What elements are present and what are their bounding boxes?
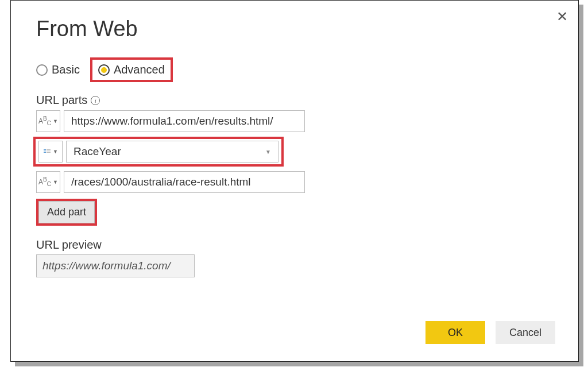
url-part-param-select[interactable]: RaceYear ▼	[66, 141, 278, 163]
radio-basic-label: Basic	[52, 63, 80, 76]
url-part-row-3: ABC ▼ /races/1000/australia/race-result.…	[36, 171, 553, 193]
type-selector-text[interactable]: ABC ▼	[36, 110, 60, 132]
chevron-down-icon: ▼	[53, 118, 58, 124]
highlight-advanced: Advanced	[90, 57, 173, 82]
from-web-dialog: ✕ From Web Basic Advanced URL parts i	[10, 0, 579, 362]
ok-button[interactable]: OK	[425, 321, 485, 344]
abc-icon: ABC	[38, 176, 51, 187]
cancel-button[interactable]: Cancel	[496, 321, 555, 344]
dialog-footer: OK Cancel	[425, 321, 555, 344]
url-part-input-3[interactable]: /races/1000/australia/race-result.html	[64, 171, 305, 193]
url-preview-value: https://www.formula1.com/	[36, 254, 195, 277]
radio-dot-icon	[101, 67, 107, 73]
radio-basic[interactable]: Basic	[36, 63, 80, 76]
radio-icon	[98, 64, 110, 76]
url-part-row-1: ABC ▼ https://www.formula1.com/en/result…	[36, 110, 553, 132]
dialog-title: From Web	[36, 17, 553, 41]
abc-icon: ABC	[38, 115, 51, 126]
url-part-input-1[interactable]: https://www.formula1.com/en/results.html…	[64, 110, 305, 132]
radio-icon	[36, 64, 48, 76]
svg-rect-1	[44, 152, 46, 153]
chevron-down-icon: ▼	[53, 179, 58, 185]
svg-rect-0	[44, 149, 46, 150]
svg-rect-2	[47, 149, 51, 150]
url-preview-label: URL preview	[36, 238, 553, 252]
add-part-button[interactable]: Add part	[38, 201, 95, 223]
highlight-param-row: ▼ RaceYear ▼	[33, 137, 284, 167]
parameter-icon	[43, 148, 51, 156]
close-icon[interactable]: ✕	[556, 9, 568, 25]
type-selector-text[interactable]: ABC ▼	[36, 171, 60, 193]
svg-rect-3	[47, 152, 51, 153]
radio-advanced[interactable]: Advanced	[98, 63, 165, 76]
chevron-down-icon: ▼	[53, 149, 58, 154]
url-parts-label: URL parts i	[36, 94, 553, 107]
radio-advanced-label: Advanced	[114, 63, 165, 76]
chevron-down-icon: ▼	[265, 149, 271, 155]
highlight-add-part: Add part	[36, 199, 97, 226]
mode-radio-group: Basic Advanced	[36, 57, 553, 82]
type-selector-param[interactable]: ▼	[38, 141, 63, 163]
info-icon[interactable]: i	[91, 96, 100, 105]
dialog-content: From Web Basic Advanced URL parts i A	[11, 1, 578, 289]
